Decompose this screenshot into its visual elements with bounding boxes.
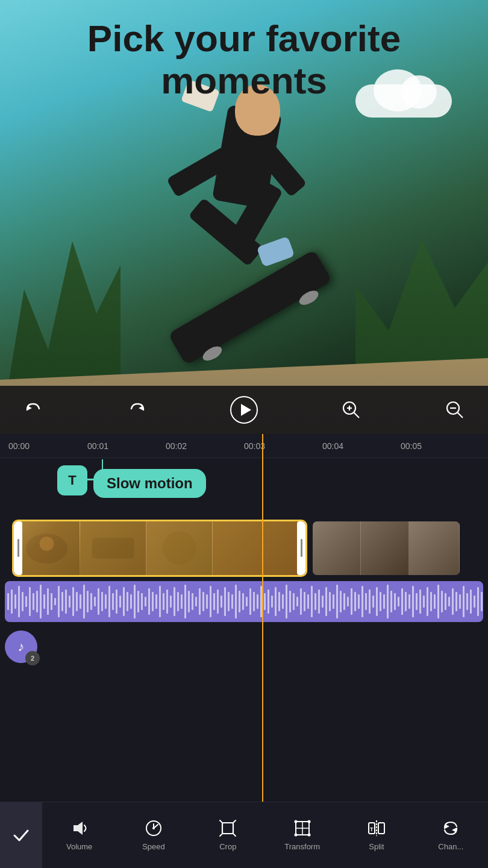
svg-rect-79 xyxy=(224,587,226,616)
svg-rect-56 xyxy=(141,593,143,610)
timecode-0: 00:00 xyxy=(8,441,30,451)
timecode-5: 00:05 xyxy=(401,441,422,451)
svg-rect-27 xyxy=(36,591,38,612)
svg-rect-97 xyxy=(289,591,291,612)
text-clip-bubble[interactable]: Slow motion xyxy=(93,469,206,498)
svg-point-17 xyxy=(163,531,196,564)
clip-thumbnail-5 xyxy=(313,521,361,575)
confirm-button[interactable] xyxy=(0,802,42,869)
svg-line-5 xyxy=(354,412,359,418)
svg-rect-150 xyxy=(481,592,483,611)
svg-rect-24 xyxy=(25,596,27,607)
bottom-toolbar: Volume Speed Crop xyxy=(0,802,488,868)
waveform-svg xyxy=(5,581,483,622)
music-track: ♪ 2 xyxy=(0,626,488,668)
undo-button[interactable] xyxy=(18,395,48,425)
skateboard xyxy=(168,250,332,365)
svg-rect-136 xyxy=(430,592,432,611)
svg-rect-42 xyxy=(90,593,92,610)
active-video-segment[interactable] xyxy=(12,520,307,577)
svg-rect-127 xyxy=(398,597,399,606)
svg-rect-142 xyxy=(452,588,454,615)
svg-rect-80 xyxy=(228,592,230,611)
zoom-in-button[interactable] xyxy=(336,395,366,425)
toolbar-label-volume: Volume xyxy=(66,842,92,851)
svg-rect-108 xyxy=(329,592,331,611)
clip-thumbnail-6 xyxy=(361,521,409,575)
svg-marker-3 xyxy=(241,404,251,416)
svg-rect-129 xyxy=(405,592,407,611)
svg-rect-122 xyxy=(380,592,381,611)
svg-rect-148 xyxy=(474,596,475,608)
toolbar-label-crop: Crop xyxy=(219,842,236,851)
svg-rect-125 xyxy=(390,591,392,612)
svg-rect-40 xyxy=(83,585,85,618)
svg-rect-58 xyxy=(148,588,150,615)
svg-rect-120 xyxy=(372,596,374,608)
clip-thumbnail-7 xyxy=(409,521,460,575)
svg-point-166 xyxy=(294,834,297,837)
svg-rect-147 xyxy=(470,590,472,614)
svg-rect-110 xyxy=(336,585,338,618)
svg-rect-77 xyxy=(217,590,219,614)
text-clip-marker[interactable]: T xyxy=(57,465,87,495)
redo-button[interactable] xyxy=(122,395,152,425)
toolbar-item-speed[interactable]: Speed xyxy=(116,802,190,868)
svg-rect-143 xyxy=(455,592,457,611)
zoom-out-button[interactable] xyxy=(440,395,470,425)
svg-rect-116 xyxy=(358,594,360,609)
svg-line-157 xyxy=(220,820,222,823)
toolbar-item-transform[interactable]: Transform xyxy=(265,802,339,868)
toolbar-items: Volume Speed Crop xyxy=(42,802,488,868)
svg-rect-70 xyxy=(192,593,193,610)
svg-rect-91 xyxy=(267,590,269,614)
svg-rect-131 xyxy=(412,586,414,617)
toolbar-item-crop[interactable]: Crop xyxy=(191,802,265,868)
svg-rect-100 xyxy=(300,588,302,615)
svg-rect-144 xyxy=(459,594,461,609)
svg-line-159 xyxy=(220,834,222,836)
video-clip-track xyxy=(0,515,488,581)
svg-rect-140 xyxy=(445,593,446,610)
svg-rect-65 xyxy=(174,587,175,616)
svg-rect-78 xyxy=(221,596,222,608)
toolbar-item-split[interactable]: T Split xyxy=(339,802,413,868)
shoe-right xyxy=(257,236,295,268)
svg-rect-57 xyxy=(145,597,146,606)
svg-rect-15 xyxy=(92,538,134,559)
svg-rect-25 xyxy=(29,587,31,616)
play-button[interactable] xyxy=(226,392,262,428)
svg-rect-139 xyxy=(441,591,443,612)
svg-rect-49 xyxy=(116,590,117,614)
svg-rect-23 xyxy=(22,592,23,611)
svg-rect-37 xyxy=(72,587,74,616)
trim-handle-left[interactable] xyxy=(14,521,22,575)
toolbar-item-change[interactable]: Chan... xyxy=(414,802,488,868)
svg-rect-114 xyxy=(351,588,352,615)
svg-rect-169 xyxy=(378,823,384,834)
svg-rect-138 xyxy=(437,585,439,618)
svg-rect-104 xyxy=(314,593,316,610)
music-note-icon: ♪ xyxy=(18,639,25,655)
svg-rect-69 xyxy=(188,591,190,612)
inactive-video-segment[interactable] xyxy=(311,520,461,577)
svg-rect-112 xyxy=(343,593,345,610)
music-track-button[interactable]: ♪ 2 xyxy=(5,631,37,663)
skateboarder-figure xyxy=(148,72,389,362)
svg-rect-88 xyxy=(257,594,258,609)
svg-rect-84 xyxy=(242,593,244,610)
svg-rect-126 xyxy=(394,593,396,610)
svg-rect-29 xyxy=(43,594,45,609)
svg-rect-106 xyxy=(322,596,324,608)
text-clip-track: T Slow motion xyxy=(6,461,488,515)
svg-text:T: T xyxy=(370,826,374,832)
toolbar-item-volume[interactable]: Volume xyxy=(42,802,116,868)
toolbar-label-split: Split xyxy=(369,842,384,851)
trim-handle-right[interactable] xyxy=(297,521,305,575)
svg-rect-66 xyxy=(177,592,179,611)
svg-rect-135 xyxy=(427,587,428,616)
svg-rect-99 xyxy=(296,597,298,606)
svg-rect-71 xyxy=(195,597,197,606)
timecodes-row: 00:00 00:01 00:02 00:03 00:04 00:05 xyxy=(0,434,488,458)
svg-rect-53 xyxy=(130,594,132,609)
